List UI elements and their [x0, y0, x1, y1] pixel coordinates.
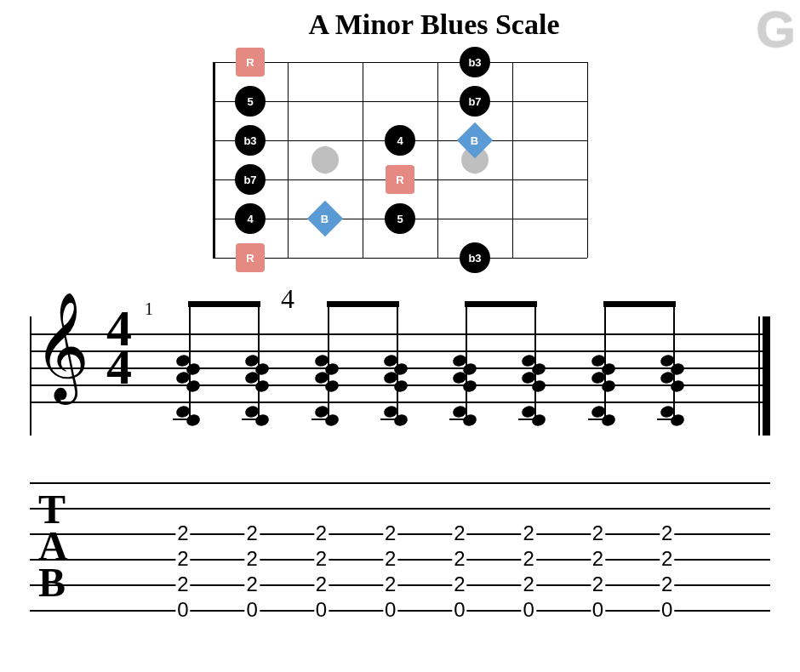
fret-note: 5 [235, 86, 266, 117]
notation-area: 𝄞 4 4 1 T A B 22202220222022202220222022… [30, 316, 770, 631]
tab-b: B [38, 560, 66, 605]
tab-fret-number: 2 [314, 547, 329, 571]
tab-fret-number: 0 [314, 598, 329, 622]
fret-note: 4 [385, 125, 415, 156]
fret-note: b7 [460, 86, 490, 117]
tab-fret-number: 2 [522, 572, 536, 596]
tab-fret-number: 2 [314, 572, 329, 596]
tab-fret-number: 2 [245, 547, 260, 571]
tab-fret-number: 2 [452, 547, 466, 571]
measure-number: 1 [145, 299, 153, 319]
fret-note: b7 [235, 164, 266, 195]
tab-fret-number: 2 [452, 572, 466, 596]
tab-fret-number: 2 [660, 547, 674, 571]
fretboard-inlay [311, 146, 339, 174]
fret-note: b3 [235, 125, 266, 156]
fretboard-diagram: Rb35b7b34Bb7R4B5Rb3 [213, 62, 587, 258]
tab-fret-number: 2 [452, 521, 466, 545]
tab-staff: T A B 22202220222022202220222022202220 [30, 482, 770, 610]
tab-fret-number: 0 [383, 598, 397, 622]
tab-fret-number: 2 [660, 521, 674, 545]
tab-fret-number: 2 [522, 547, 536, 571]
tab-fret-number: 2 [383, 521, 397, 545]
time-signature: 4 4 [106, 310, 132, 386]
tab-fret-number: 0 [522, 598, 536, 622]
tab-fret-number: 0 [660, 598, 674, 622]
fret-note: 4 [235, 203, 266, 234]
tab-fret-number: 2 [522, 521, 536, 545]
tab-fret-number: 2 [314, 521, 329, 545]
fret-note: 5 [385, 203, 415, 234]
tab-fret-number: 2 [591, 521, 605, 545]
music-staff: 𝄞 4 4 1 [30, 316, 770, 436]
tab-fret-number: 2 [591, 547, 605, 571]
fret-note: b3 [460, 47, 490, 77]
tab-fret-number: 2 [660, 572, 674, 596]
tab-fret-number: 0 [452, 598, 466, 622]
tab-fret-number: 2 [383, 547, 397, 571]
tab-fret-number: 2 [245, 572, 260, 596]
tab-fret-number: 0 [591, 598, 605, 622]
fret-note: R [236, 48, 265, 77]
page-title: A Minor Blues Scale [77, 9, 791, 41]
tab-fret-number: 2 [245, 521, 260, 545]
tab-fret-number: 2 [175, 572, 190, 596]
treble-clef-icon: 𝄞 [34, 299, 89, 393]
watermark-logo: G [756, 0, 796, 59]
fret-note: R [386, 165, 414, 194]
tab-fret-number: 0 [245, 598, 260, 622]
fret-note: b3 [460, 242, 490, 273]
tab-fret-number: 0 [175, 598, 190, 622]
timesig-den: 4 [106, 339, 132, 395]
tab-fret-number: 2 [383, 572, 397, 596]
tab-fret-number: 2 [591, 572, 605, 596]
fret-note: B [307, 201, 343, 236]
tab-fret-number: 2 [175, 521, 190, 545]
fret-note: R [236, 243, 265, 272]
tab-fret-number: 2 [175, 547, 190, 571]
